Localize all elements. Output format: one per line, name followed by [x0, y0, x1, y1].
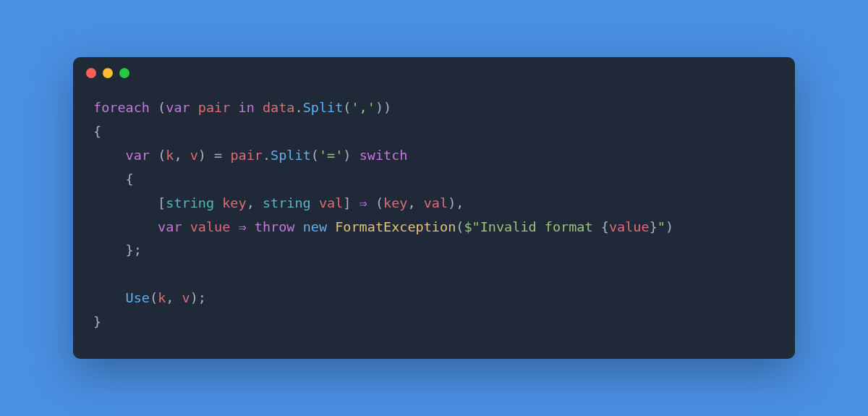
- paren: (: [375, 195, 383, 211]
- str-invalid: "Invalid format: [472, 219, 601, 234]
- id-v: v: [190, 148, 198, 163]
- paren: ): [190, 290, 198, 305]
- paren: (: [343, 100, 351, 115]
- fn-use: Use: [126, 290, 150, 305]
- comma: ,: [174, 148, 190, 163]
- brace: }: [93, 314, 101, 329]
- code-window: foreach (var pair in data.Split(',')) { …: [73, 57, 795, 359]
- cls-formatexception: FormatException: [335, 219, 456, 234]
- bracket: [: [158, 195, 166, 211]
- interp-open: {: [601, 219, 609, 234]
- id-val: val: [319, 195, 343, 211]
- comma: ,: [407, 195, 423, 211]
- window-titlebar: [73, 57, 795, 89]
- interp-close: }: [650, 219, 658, 234]
- comma: ,: [456, 195, 464, 211]
- traffic-light-maximize-icon[interactable]: [119, 68, 129, 78]
- type-string: string: [166, 195, 214, 211]
- semi: ;: [134, 242, 142, 258]
- type-string: string: [263, 195, 311, 211]
- paren: (: [150, 290, 158, 305]
- kw-switch: switch: [359, 148, 408, 163]
- brace: }: [126, 242, 134, 258]
- kw-new: new: [303, 219, 327, 234]
- kw-var: var: [166, 100, 190, 115]
- id-pair: pair: [198, 100, 231, 115]
- semi: ;: [198, 290, 206, 305]
- id-val: val: [424, 195, 448, 211]
- paren: ): [343, 148, 351, 163]
- kw-var: var: [158, 219, 182, 234]
- kw-throw: throw: [255, 219, 295, 234]
- traffic-light-close-icon[interactable]: [86, 68, 96, 78]
- id-value: value: [609, 219, 650, 234]
- id-data: data: [263, 100, 295, 115]
- paren: ): [383, 100, 391, 115]
- arrow: ⇒: [230, 219, 254, 234]
- str-invalid-close: ": [658, 219, 665, 234]
- paren: ): [665, 219, 673, 234]
- id-key: key: [222, 195, 246, 211]
- traffic-light-minimize-icon[interactable]: [103, 68, 113, 78]
- id-k: k: [158, 290, 166, 305]
- paren: (: [456, 219, 464, 234]
- paren: ): [198, 148, 206, 163]
- code-content: foreach (var pair in data.Split(',')) { …: [73, 89, 795, 359]
- kw-foreach: foreach: [93, 100, 150, 115]
- paren: (: [311, 148, 319, 163]
- paren: (: [158, 148, 166, 163]
- kw-in: in: [239, 100, 255, 115]
- kw-var: var: [126, 148, 150, 163]
- paren: (: [158, 100, 166, 115]
- dot: .: [263, 148, 271, 163]
- comma: ,: [166, 290, 182, 305]
- arrow: ⇒: [351, 195, 375, 211]
- fn-split: Split: [303, 100, 344, 115]
- id-key: key: [383, 195, 407, 211]
- comma: ,: [247, 195, 263, 211]
- fn-split: Split: [271, 148, 311, 163]
- str-comma: ',': [351, 100, 375, 115]
- str-eq: '=': [319, 148, 343, 163]
- dot: .: [295, 100, 303, 115]
- eq: =: [206, 148, 230, 163]
- id-pair: pair: [230, 148, 263, 163]
- str-dollar: $: [464, 219, 472, 234]
- id-v: v: [182, 290, 190, 305]
- paren: ): [448, 195, 456, 211]
- id-k: k: [166, 148, 174, 163]
- brace: {: [126, 171, 134, 187]
- bracket: ]: [343, 195, 351, 211]
- paren: ): [375, 100, 383, 115]
- id-value: value: [190, 219, 231, 234]
- brace: {: [93, 124, 101, 139]
